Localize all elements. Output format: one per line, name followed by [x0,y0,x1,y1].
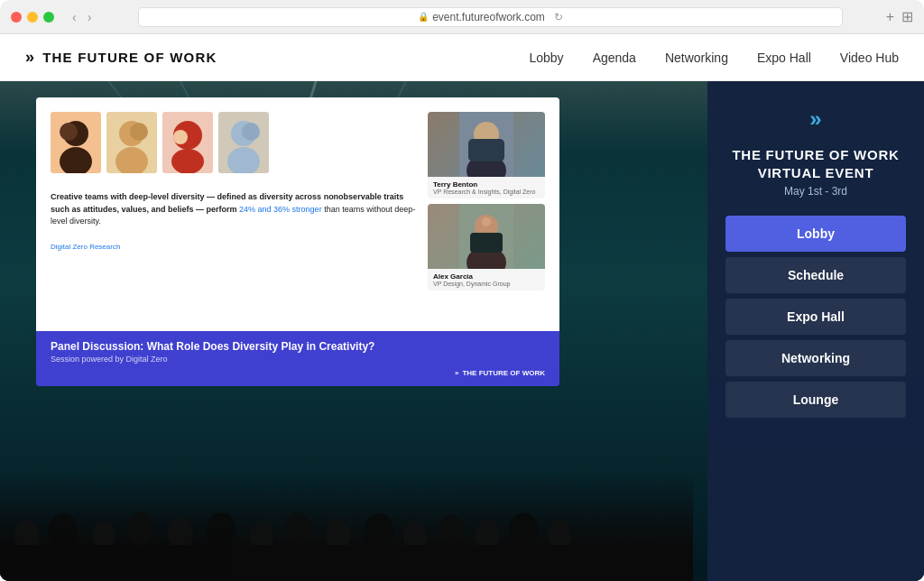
svg-point-7 [126,512,153,546]
panel-event-date: May 1st - 3rd [784,185,847,198]
speaker-1-image [459,112,513,177]
slide-body-text: Creative teams with deep-level diversity… [51,191,417,228]
avatar-1 [51,112,101,173]
audience-svg [0,464,684,581]
address-bar[interactable]: 🔒 event.futureofwork.com ↻ [138,7,842,27]
presentation-screen: Creative teams with deep-level diversity… [36,97,559,386]
lock-icon: 🔒 [418,12,429,22]
svg-point-17 [509,512,538,549]
slide-highlight: 24% and 36% stronger [239,205,322,214]
svg-point-15 [438,515,465,549]
svg-rect-39 [468,139,504,161]
nav-arrows: ‹ › [69,8,95,26]
speaker-photo-1 [428,112,545,177]
back-button[interactable]: ‹ [69,8,80,26]
panel-nav-lobby[interactable]: Lobby [725,216,906,252]
brand-chevrons-icon: » [455,369,458,377]
svg-point-23 [60,123,78,141]
slide-left: Creative teams with deep-level diversity… [51,112,417,320]
speaker-1-name: Terry Benton [433,180,540,189]
slide-top: Creative teams with deep-level diversity… [36,97,559,331]
forward-button[interactable]: › [84,8,96,26]
nav-expo-hall[interactable]: Expo Hall [757,51,811,65]
slide-content: Creative teams with deep-level diversity… [36,97,559,386]
brand-name: THE FUTURE OF WORK [462,369,545,377]
refresh-icon[interactable]: ↻ [554,11,563,23]
svg-point-5 [49,513,78,549]
browser-chrome: ‹ › 🔒 event.futureofwork.com ↻ + ⊞ [0,0,924,34]
panel-title: Panel Discussion: What Role Does Diversi… [51,340,545,353]
speaker-2-title: VP Design, Dynamic Group [433,281,540,287]
speaker-1-info: Terry Benton VP Research & Insights, Dig… [428,177,545,198]
close-button[interactable] [11,12,22,23]
site-nav: Lobby Agenda Networking Expo Hall Video … [529,51,899,65]
svg-point-31 [173,130,188,144]
slide-speakers: Terry Benton VP Research & Insights, Dig… [428,112,545,320]
main-content: Creative teams with deep-level diversity… [0,81,924,581]
panel-event-title: THE FUTURE OF WORK VIRTUAL EVENT [732,146,899,181]
avatar-3 [162,112,213,173]
slide-source: Digital Zero Research [51,243,417,251]
logo-chevrons-icon: » [25,48,35,67]
panel-logo-chevrons: » [809,106,821,132]
new-tab-button[interactable]: ⊞ [901,8,913,25]
nav-agenda[interactable]: Agenda [593,51,636,65]
svg-point-27 [130,123,148,141]
site-logo: » THE FUTURE OF WORK [25,48,217,67]
svg-point-11 [284,512,311,547]
speaker-1-title: VP Research & Insights, Digital Zero [433,189,540,195]
slide-brand: » THE FUTURE OF WORK [51,369,545,377]
url-text: event.futureofwork.com [432,11,545,23]
nav-video-hub[interactable]: Video Hub [840,51,899,65]
svg-rect-19 [0,545,684,581]
panel-nav-networking[interactable]: Networking [725,340,906,376]
traffic-lights [11,12,54,23]
speaker-card-1: Terry Benton VP Research & Insights, Dig… [428,112,545,198]
right-panel: » THE FUTURE OF WORK VIRTUAL EVENT May 1… [707,81,924,581]
svg-point-9 [207,512,236,549]
session-label: Session powered by Digital Zero [51,355,545,364]
slide-bottom-bar: Panel Discussion: What Role Does Diversi… [36,331,559,386]
add-tab-button[interactable]: + [886,8,894,25]
speaker-2-info: Alex Garcia VP Design, Dynamic Group [428,269,545,290]
svg-point-13 [365,513,393,549]
browser-actions: + ⊞ [886,8,913,25]
avatar-4 [218,112,269,173]
logo-text: THE FUTURE OF WORK [42,50,217,65]
panel-navigation: Lobby Schedule Expo Hall Networking Loun… [725,216,906,418]
svg-point-30 [171,149,204,173]
maximize-button[interactable] [43,12,54,23]
nav-lobby[interactable]: Lobby [529,51,563,65]
svg-rect-43 [470,233,503,253]
panel-nav-expo-hall[interactable]: Expo Hall [725,299,906,335]
site-header: » THE FUTURE OF WORK Lobby Agenda Networ… [0,34,924,81]
speaker-photo-2 [428,204,545,269]
speaker-2-name: Alex Garcia [433,272,540,281]
avatar-2 [106,112,157,173]
speaker-card-2: Alex Garcia VP Design, Dynamic Group [428,204,545,290]
nav-networking[interactable]: Networking [665,51,728,65]
speaker-2-image [459,204,513,269]
panel-nav-lounge[interactable]: Lounge [725,382,906,418]
panel-nav-schedule[interactable]: Schedule [725,257,906,293]
svg-point-35 [242,123,260,141]
svg-point-44 [482,217,491,226]
diversity-avatars [51,112,417,173]
minimize-button[interactable] [27,12,38,23]
